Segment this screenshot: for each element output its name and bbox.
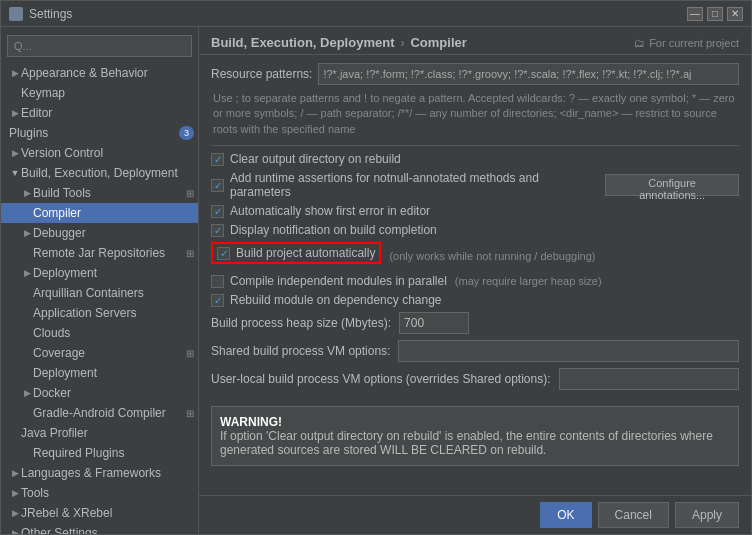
sidebar-item-label: Version Control [21,146,103,160]
sidebar-item-label: Coverage [33,346,186,360]
heap-size-input[interactable] [399,312,469,334]
right-panel: Build, Execution, Deployment › Compiler … [199,27,751,534]
help-text: Use ; to separate patterns and ! to nega… [211,91,739,137]
auto-show-row: Automatically show first error in editor [211,204,739,218]
ext-icon: ⊞ [186,348,194,359]
sidebar-item-label: Other Settings [21,526,98,534]
resource-patterns-input[interactable] [318,63,739,85]
ok-button[interactable]: OK [540,502,591,528]
arrow-icon: ▶ [9,467,21,479]
user-local-vm-row: User-local build process VM options (ove… [211,368,739,390]
warning-box: WARNING! If option 'Clear output directo… [211,406,739,466]
close-button[interactable]: ✕ [727,7,743,21]
sidebar-item-label: Arquillian Containers [33,286,144,300]
title-bar-controls: — □ ✕ [687,7,743,21]
breadcrumb-parent: Build, Execution, Deployment [211,35,394,50]
sidebar-item-label: Docker [33,386,71,400]
display-notification-checkbox[interactable] [211,224,224,237]
sidebar-item-languages[interactable]: ▶ Languages & Frameworks [1,463,198,483]
breadcrumb-current: Compiler [410,35,466,50]
arrow-icon: ▶ [9,527,21,534]
sidebar-item-build-tools[interactable]: ▶ Build Tools ⊞ [1,183,198,203]
title-bar: Settings — □ ✕ [1,1,751,27]
sidebar-item-compiler[interactable]: ▶ Compiler [1,203,198,223]
compile-parallel-row: Compile independent modules in parallel [211,274,447,288]
sidebar-item-keymap[interactable]: Keymap [1,83,198,103]
display-notification-row: Display notification on build completion [211,223,739,237]
sidebar-item-coverage[interactable]: Coverage ⊞ [1,343,198,363]
sidebar-item-app-servers[interactable]: Application Servers [1,303,198,323]
user-local-vm-label: User-local build process VM options (ove… [211,372,551,386]
build-auto-container: Build project automatically (only works … [211,242,739,269]
sidebar-item-clouds[interactable]: Clouds [1,323,198,343]
heap-size-row: Build process heap size (Mbytes): [211,312,739,334]
clear-output-row: Clear output directory on rebuild [211,152,739,166]
sidebar-item-gradle-android[interactable]: Gradle-Android Compiler ⊞ [1,403,198,423]
clear-output-checkbox[interactable] [211,153,224,166]
configure-annotations-button[interactable]: Configure annotations... [605,174,739,196]
search-placeholder: Q... [14,40,32,52]
cancel-button[interactable]: Cancel [598,502,669,528]
warning-text: If option 'Clear output directory on reb… [220,429,713,457]
sidebar-item-jrebel[interactable]: ▶ JRebel & XRebel [1,503,198,523]
sidebar-item-label: Keymap [21,86,65,100]
search-box[interactable]: Q... [7,35,192,57]
settings-icon [9,7,23,21]
rebuild-module-checkbox[interactable] [211,294,224,307]
sidebar-item-java-profiler[interactable]: Java Profiler [1,423,198,443]
arrow-icon: ▶ [21,207,33,219]
divider1 [211,145,739,146]
arrow-icon: ▶ [9,107,21,119]
maximize-button[interactable]: □ [707,7,723,21]
panel-footer: OK Cancel Apply [199,495,751,534]
shared-vm-input[interactable] [398,340,739,362]
ext-icon: ⊞ [186,248,194,259]
sidebar-item-tools[interactable]: ▶ Tools [1,483,198,503]
sidebar-item-debugger[interactable]: ▶ Debugger [1,223,198,243]
settings-window: Settings — □ ✕ Q... ▶ Appearance & Behav… [0,0,752,535]
sidebar-item-plugins[interactable]: Plugins 3 [1,123,198,143]
sidebar-item-docker[interactable]: ▶ Docker [1,383,198,403]
sidebar-item-label: Application Servers [33,306,136,320]
resource-patterns-row: Resource patterns: [211,63,739,85]
build-auto-note: (only works while not running / debuggin… [389,250,595,262]
compile-parallel-container: Compile independent modules in parallel … [211,274,739,288]
arrow-icon: ▶ [9,507,21,519]
minimize-button[interactable]: — [687,7,703,21]
auto-show-label: Automatically show first error in editor [230,204,430,218]
project-icon: 🗂 [634,37,645,49]
sidebar-item-arquillian[interactable]: Arquillian Containers [1,283,198,303]
window-title: Settings [29,7,72,21]
sidebar-item-version-control[interactable]: ▶ Version Control [1,143,198,163]
sidebar-item-deployment[interactable]: ▶ Deployment [1,263,198,283]
sidebar-item-deployment2[interactable]: Deployment [1,363,198,383]
shared-vm-label: Shared build process VM options: [211,344,390,358]
sidebar-item-editor[interactable]: ▶ Editor [1,103,198,123]
main-content: Q... ▶ Appearance & Behavior Keymap ▶ Ed… [1,27,751,534]
panel-header: Build, Execution, Deployment › Compiler … [199,27,751,55]
arrow-icon: ▶ [21,267,33,279]
sidebar-item-label: Deployment [33,366,97,380]
apply-button[interactable]: Apply [675,502,739,528]
add-runtime-checkbox[interactable] [211,179,224,192]
user-local-vm-input[interactable] [559,368,740,390]
arrow-icon: ▶ [21,227,33,239]
arrow-icon: ▶ [21,187,33,199]
arrow-icon: ▶ [9,67,21,79]
warning-title: WARNING! [220,415,282,429]
sidebar-item-label: Build Tools [33,186,186,200]
build-auto-checkbox[interactable] [217,247,230,260]
sidebar-item-label: Build, Execution, Deployment [21,166,178,180]
sidebar-item-label: Languages & Frameworks [21,466,161,480]
sidebar-item-label: Tools [21,486,49,500]
sidebar-item-appearance[interactable]: ▶ Appearance & Behavior [1,63,198,83]
sidebar-item-other-settings[interactable]: ▶ Other Settings [1,523,198,534]
sidebar-item-build-exec[interactable]: ▼ Build, Execution, Deployment [1,163,198,183]
compile-parallel-checkbox[interactable] [211,275,224,288]
panel-body: Resource patterns: Use ; to separate pat… [199,55,751,495]
sidebar-item-label: JRebel & XRebel [21,506,112,520]
auto-show-checkbox[interactable] [211,205,224,218]
sidebar-item-remote-jar[interactable]: Remote Jar Repositories ⊞ [1,243,198,263]
sidebar-item-required-plugins[interactable]: Required Plugins [1,443,198,463]
arrow-icon: ▶ [9,147,21,159]
